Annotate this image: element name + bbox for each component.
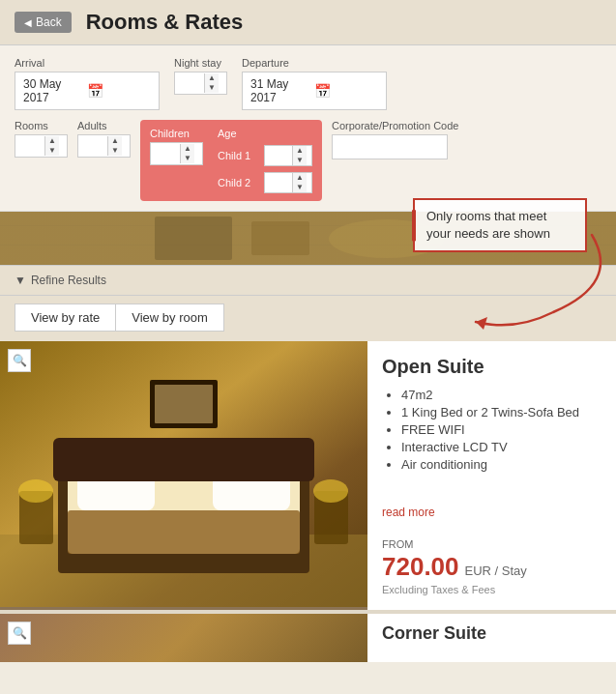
night-stay-spinner[interactable]: 1 ▲ ▼ — [174, 72, 227, 95]
open-suite-pricing: FROM 720.00 EUR / Stay Excluding Taxes &… — [382, 538, 601, 595]
promo-input[interactable] — [332, 134, 448, 159]
svg-rect-14 — [53, 438, 314, 481]
promo-group: Corporate/Promotion Code — [332, 120, 601, 159]
view-by-rate-button[interactable]: View by rate — [15, 304, 115, 332]
price-amount: 720.00 — [382, 552, 459, 582]
back-label: Back — [36, 15, 62, 29]
view-buttons-bar: View by rate View by room — [0, 296, 616, 341]
arrival-value: 30 May 2017 — [23, 77, 87, 104]
rooms-up[interactable]: ▲ — [45, 136, 59, 146]
child1-label: Child 1 — [218, 150, 256, 161]
from-label: FROM — [382, 538, 601, 550]
refine-section[interactable]: ▼ Refine Results — [0, 265, 616, 296]
feature-size: 47m2 — [401, 388, 601, 402]
children-arrows: ▲ ▼ — [180, 144, 194, 163]
adults-spinner[interactable]: 2 ▲ ▼ — [77, 134, 131, 158]
price-line: 720.00 EUR / Stay — [382, 552, 601, 582]
adults-input[interactable]: 2 — [78, 135, 107, 157]
arrival-input[interactable]: 30 May 2017 📅 — [15, 72, 160, 110]
children-area: Children 2 ▲ ▼ Age Child 1 — [140, 120, 322, 201]
open-suite-image-container: 🔍 — [0, 341, 367, 610]
child2-age-spinner[interactable]: 4 ▲ ▼ — [264, 172, 312, 193]
adults-group: Adults 2 ▲ ▼ — [77, 120, 131, 158]
view-by-room-button[interactable]: View by room — [115, 304, 224, 332]
adults-label: Adults — [77, 120, 131, 131]
page-title: Rooms & Rates — [86, 10, 244, 35]
rooms-down[interactable]: ▼ — [45, 146, 59, 156]
refine-label: Refine Results — [31, 274, 106, 287]
children-input[interactable]: 2 — [151, 143, 180, 164]
departure-input[interactable]: 31 May 2017 📅 — [242, 72, 387, 110]
child1-arrows: ▲ ▼ — [292, 146, 307, 165]
tooltip-text: Only rooms that meet your needs are show… — [426, 209, 550, 241]
corner-suite-name: Corner Suite — [382, 623, 601, 644]
children-count-group: Children 2 ▲ ▼ — [150, 128, 203, 193]
room-card-open-suite: 🔍 Open Suite 47m2 1 King Bed or 2 Twins-… — [0, 341, 616, 613]
departure-calendar-icon: 📅 — [314, 83, 378, 99]
promo-label: Corporate/Promotion Code — [332, 120, 601, 131]
rooms-group: Rooms 1 ▲ ▼ — [15, 120, 68, 158]
night-stay-label: Night stay — [174, 57, 227, 69]
children-up[interactable]: ▲ — [181, 144, 194, 154]
svg-rect-13 — [68, 510, 300, 554]
rooms-section: 🔍 Open Suite 47m2 1 King Bed or 2 Twins-… — [0, 341, 616, 662]
back-button[interactable]: Back — [15, 12, 72, 33]
open-suite-image-svg — [0, 341, 367, 607]
child2-label: Child 2 — [218, 177, 256, 188]
child2-age-up[interactable]: ▲ — [293, 173, 307, 183]
refine-icon: ▼ — [15, 274, 26, 287]
svg-point-16 — [18, 479, 53, 503]
child1-row: Child 1 10 ▲ ▼ — [218, 145, 312, 166]
departure-label: Departure — [242, 57, 601, 69]
children-label: Children — [150, 128, 203, 139]
open-suite-read-more[interactable]: read more — [382, 506, 601, 519]
svg-point-18 — [313, 479, 348, 503]
night-stay-input[interactable]: 1 — [175, 72, 204, 94]
corner-suite-info: Corner Suite — [367, 614, 616, 662]
feature-wifi: FREE WIFI — [401, 422, 601, 437]
departure-value: 31 May 2017 — [250, 77, 314, 104]
night-stay-group: Night stay 1 ▲ ▼ — [174, 57, 227, 110]
feature-bed: 1 King Bed or 2 Twins-Sofa Bed — [401, 405, 601, 419]
svg-rect-2 — [155, 217, 232, 260]
child1-age-spinner[interactable]: 10 ▲ ▼ — [264, 145, 312, 166]
rooms-input[interactable]: 1 — [15, 135, 44, 157]
child2-row: Child 2 4 ▲ ▼ — [218, 172, 312, 193]
departure-group: Departure 31 May 2017 📅 — [242, 57, 601, 110]
arrival-group: Arrival 30 May 2017 📅 — [15, 57, 160, 110]
children-spinner[interactable]: 2 ▲ ▼ — [150, 142, 203, 165]
open-suite-zoom-icon[interactable]: 🔍 — [8, 349, 31, 372]
child2-age-down[interactable]: ▼ — [293, 183, 307, 192]
corner-suite-image: 🔍 — [0, 614, 367, 662]
child2-arrows: ▲ ▼ — [292, 173, 307, 192]
svg-rect-3 — [251, 221, 309, 255]
night-stay-arrows: ▲ ▼ — [204, 73, 219, 93]
night-stay-up[interactable]: ▲ — [205, 73, 219, 83]
rooms-label: Rooms — [15, 120, 68, 131]
children-down[interactable]: ▼ — [181, 154, 194, 163]
room-card-corner-suite: 🔍 Corner Suite — [0, 613, 616, 662]
feature-ac: Air conditioning — [401, 457, 601, 472]
child-ages-section: Age Child 1 10 ▲ ▼ — [218, 128, 312, 193]
adults-up[interactable]: ▲ — [108, 136, 122, 146]
adults-arrows: ▲ ▼ — [107, 136, 122, 156]
corner-suite-zoom-icon[interactable]: 🔍 — [8, 622, 31, 645]
child1-age-down[interactable]: ▼ — [293, 156, 307, 165]
night-stay-down[interactable]: ▼ — [205, 83, 219, 93]
arrival-label: Arrival — [15, 57, 160, 69]
adults-down[interactable]: ▼ — [108, 146, 122, 156]
rooms-arrows: ▲ ▼ — [44, 136, 59, 156]
tooltip-box: Only rooms that meet your needs are show… — [413, 198, 587, 252]
feature-tv: Interactive LCD TV — [401, 440, 601, 454]
rooms-spinner[interactable]: 1 ▲ ▼ — [15, 134, 68, 158]
open-suite-name: Open Suite — [382, 356, 601, 378]
open-suite-features: 47m2 1 King Bed or 2 Twins-Sofa Bed FREE… — [382, 388, 601, 496]
price-note: Excluding Taxes & Fees — [382, 584, 601, 595]
child2-age-input[interactable]: 4 — [265, 173, 292, 192]
child1-age-input[interactable]: 10 — [265, 146, 292, 165]
child1-age-up[interactable]: ▲ — [293, 146, 307, 156]
form-row-guests: Rooms 1 ▲ ▼ Adults 2 ▲ ▼ — [15, 120, 601, 201]
svg-rect-20 — [155, 385, 213, 423]
calendar-icon: 📅 — [87, 83, 151, 99]
form-section: Arrival 30 May 2017 📅 Night stay 1 ▲ ▼ D… — [0, 45, 616, 212]
